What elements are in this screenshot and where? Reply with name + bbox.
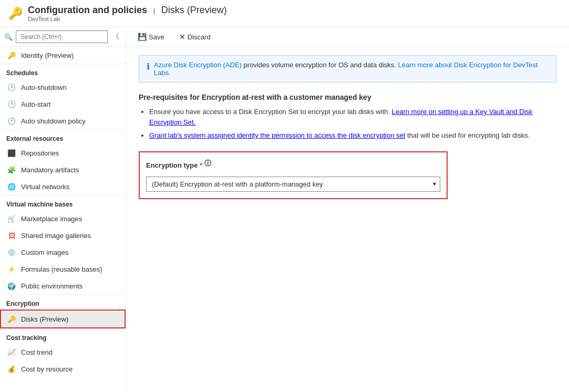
formula-icon: ⚡ <box>6 264 17 274</box>
sidebar-item-formulas[interactable]: ⚡ Formulas (reusable bases) <box>0 261 126 277</box>
prereq-title: Pre-requisites for Encryption at-rest wi… <box>139 93 556 101</box>
sidebar-item-public-env-label: Public environments <box>21 282 82 290</box>
schedule-icon-3: 🕐 <box>6 116 17 126</box>
info-box: ℹ Azure Disk Encryption (ADE) provides v… <box>139 55 556 82</box>
encryption-type-select[interactable]: (Default) Encryption at-rest with a plat… <box>146 177 440 192</box>
sidebar-item-formulas-label: Formulas (reusable bases) <box>21 265 102 273</box>
sidebar-item-auto-start-label: Auto-start <box>21 100 50 108</box>
sidebar-item-custom-images-label: Custom images <box>21 249 68 256</box>
info-icon: ℹ <box>147 61 150 71</box>
select-wrapper: (Default) Encryption at-rest with a plat… <box>146 177 440 192</box>
search-bar: 🔍 《 <box>0 27 126 47</box>
save-icon: 💾 <box>138 33 147 41</box>
key-icon: 🔑 <box>6 50 17 60</box>
main-layout: 🔍 《 🔑 Identity (Preview) Schedules 🕐 Aut… <box>0 27 569 392</box>
custom-icon: 💿 <box>6 247 17 257</box>
section-schedules: Schedules <box>0 64 126 79</box>
sidebar-item-cost-by-resource-label: Cost by resource <box>21 365 73 373</box>
save-label: Save <box>149 33 164 41</box>
sidebar-item-marketplace-label: Marketplace images <box>21 215 82 223</box>
required-indicator: * <box>200 161 202 169</box>
sidebar-item-cost-by-resource[interactable]: 💰 Cost by resource <box>0 360 126 377</box>
sidebar-item-identity[interactable]: 🔑 Identity (Preview) <box>0 47 126 64</box>
section-encryption: Encryption <box>0 294 126 310</box>
sidebar-item-disks-label: Disks (Preview) <box>21 315 68 323</box>
info-text: Azure Disk Encryption (ADE) provides vol… <box>154 61 549 77</box>
ade-link[interactable]: Azure Disk Encryption (ADE) <box>154 61 242 69</box>
title-separator: | <box>153 7 155 15</box>
sidebar-item-virtual-networks[interactable]: 🌐 Virtual networks <box>0 178 126 195</box>
sidebar-item-auto-shutdown-policy[interactable]: 🕐 Auto shutdown policy <box>0 112 126 129</box>
sidebar-item-mandatory-artifacts[interactable]: 🧩 Mandatory artifacts <box>0 161 126 178</box>
network-icon: 🌐 <box>6 181 17 192</box>
page-sub-label: DevTest Lab <box>28 16 227 22</box>
sidebar-item-marketplace[interactable]: 🛒 Marketplace images <box>0 210 126 227</box>
content-area: ℹ Azure Disk Encryption (ADE) provides v… <box>126 47 569 392</box>
sidebar-item-shared-galleries[interactable]: 🖼 Shared image galleries <box>0 227 126 244</box>
repo-icon: ⬛ <box>6 148 17 158</box>
sidebar-scroll: 🔑 Identity (Preview) Schedules 🕐 Auto-sh… <box>0 47 126 392</box>
info-circle-icon[interactable]: ⓘ <box>204 159 211 168</box>
page-header: 🔑 Configuration and policies | Disks (Pr… <box>0 0 569 27</box>
sidebar-item-virtual-networks-label: Virtual networks <box>21 183 69 191</box>
disk-key-icon: 🔑 <box>6 314 17 324</box>
marketplace-icon: 🛒 <box>6 213 17 224</box>
sidebar-item-identity-label: Identity (Preview) <box>21 51 74 59</box>
discard-icon: ✕ <box>179 33 185 41</box>
prereq-item-1: Ensure you have access to a Disk Encrypt… <box>149 107 556 127</box>
sidebar-item-repositories-label: Repositories <box>21 149 59 157</box>
toolbar: 💾 Save ✕ Discard <box>126 27 569 47</box>
sidebar-item-repositories[interactable]: ⬛ Repositories <box>0 145 126 161</box>
sidebar-item-disks[interactable]: 🔑 Disks (Preview) <box>0 310 126 328</box>
form-label: Encryption type * ⓘ <box>146 159 440 172</box>
sidebar-item-cost-trend[interactable]: 📈 Cost trend <box>0 344 126 360</box>
artifact-icon: 🧩 <box>6 164 17 175</box>
discard-button[interactable]: ✕ Discard <box>176 30 214 43</box>
cost-trend-icon: 📈 <box>6 347 17 357</box>
search-input[interactable] <box>16 30 108 43</box>
schedule-icon-2: 🕐 <box>6 99 17 109</box>
cost-resource-icon: 💰 <box>6 364 17 374</box>
form-label-text: Encryption type <box>146 161 198 169</box>
section-cost-tracking: Cost tracking <box>0 328 126 344</box>
sidebar-item-cost-trend-label: Cost trend <box>21 348 53 356</box>
page-subtitle: Disks (Preview) <box>161 5 227 15</box>
gallery-icon: 🖼 <box>6 230 17 241</box>
save-button[interactable]: 💾 Save <box>135 30 168 43</box>
sidebar-item-auto-shutdown[interactable]: 🕐 Auto-shutdown <box>0 79 126 96</box>
section-external: External resources <box>0 129 126 145</box>
schedule-icon-1: 🕐 <box>6 82 17 92</box>
encryption-form: Encryption type * ⓘ (Default) Encryption… <box>139 151 448 199</box>
header-icon: 🔑 <box>8 7 23 20</box>
sidebar-item-auto-shutdown-policy-label: Auto shutdown policy <box>21 117 86 125</box>
prereq-list: Ensure you have access to a Disk Encrypt… <box>139 107 556 141</box>
search-icon: 🔍 <box>4 33 13 41</box>
sidebar-item-public-env[interactable]: 🌍 Public environments <box>0 277 126 294</box>
sidebar: 🔍 《 🔑 Identity (Preview) Schedules 🕐 Aut… <box>0 27 126 392</box>
collapse-sidebar-button[interactable]: 《 <box>110 31 121 43</box>
prereq-item-2: Grant lab's system assigned identity the… <box>149 130 556 141</box>
sidebar-item-auto-start[interactable]: 🕐 Auto-start <box>0 96 126 112</box>
page-title: Configuration and policies <box>28 5 147 15</box>
sidebar-item-shared-galleries-label: Shared image galleries <box>21 232 91 240</box>
sidebar-item-mandatory-artifacts-label: Mandatory artifacts <box>21 166 79 174</box>
sidebar-item-auto-shutdown-label: Auto-shutdown <box>21 84 67 91</box>
section-vm-bases: Virtual machine bases <box>0 195 126 210</box>
prereq-link-2[interactable]: Grant lab's system assigned identity the… <box>149 131 405 139</box>
sidebar-item-custom-images[interactable]: 💿 Custom images <box>0 244 126 261</box>
discard-label: Discard <box>188 33 211 41</box>
env-icon: 🌍 <box>6 281 17 291</box>
